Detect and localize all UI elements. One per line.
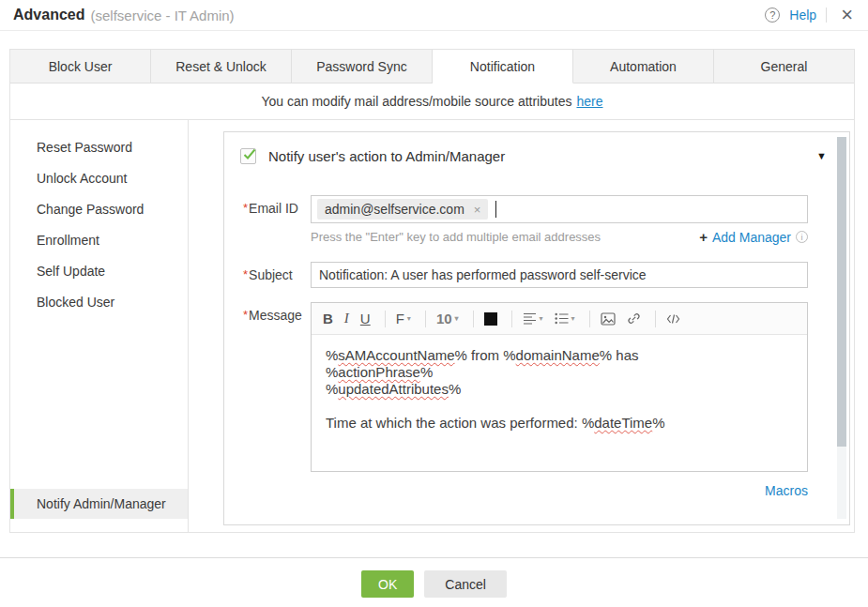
ok-button[interactable]: OK (361, 570, 414, 598)
titlebar-divider (826, 8, 827, 23)
macros-row: Macros (311, 483, 808, 498)
page-title: Advanced (13, 7, 84, 23)
add-manager-button[interactable]: + Add Manager i (699, 229, 808, 245)
help-link[interactable]: Help (789, 8, 816, 23)
macro-token: dateTime (594, 415, 652, 431)
chevron-down-icon: ▾ (455, 314, 459, 323)
sidebar-item-self-update[interactable]: Self Update (10, 257, 188, 285)
insert-link-button[interactable] (627, 311, 641, 326)
tab-bar: Block User Reset & Unlock Password Sync … (10, 50, 854, 83)
required-asterisk: * (243, 201, 248, 215)
chevron-down-icon: ▾ (540, 314, 543, 323)
help-icon[interactable]: ? (765, 8, 780, 23)
macro-token: actionPhrase (338, 364, 420, 380)
code-icon (666, 313, 680, 325)
toolbar-separator (655, 311, 656, 327)
link-icon (627, 311, 641, 326)
sidebar-item-change-password[interactable]: Change Password (10, 195, 188, 223)
email-label: *Email ID (243, 195, 311, 223)
chip-remove-icon[interactable]: × (474, 203, 481, 217)
chevron-down-icon: ▾ (407, 314, 411, 323)
email-helper-text: Press the "Enter" key to add multiple em… (311, 230, 601, 244)
underline-button[interactable]: U (360, 311, 371, 326)
tab-general[interactable]: General (714, 50, 854, 83)
modify-attributes-link[interactable]: here (576, 94, 602, 109)
color-swatch-icon (484, 312, 497, 326)
chevron-down-icon: ▾ (571, 314, 575, 323)
subject-row: *Subject Notification: A user has perfor… (243, 262, 849, 288)
info-bar: You can modify mail address/mobile sourc… (10, 83, 854, 120)
message-line: %actionPhrase% (326, 364, 793, 381)
macro-token: domainName (516, 347, 600, 363)
advanced-dialog: Block User Reset & Unlock Password Sync … (9, 49, 855, 533)
subject-value: Notification: A user has performed passw… (319, 267, 647, 282)
info-bar-text: You can modify mail address/mobile sourc… (261, 94, 571, 109)
toolbar-separator (589, 311, 590, 327)
panel-scrollbar[interactable] (837, 137, 846, 519)
sidebar-item-blocked-user[interactable]: Blocked User (10, 288, 188, 316)
insert-image-button[interactable] (601, 312, 616, 326)
macros-link[interactable]: Macros (765, 483, 808, 498)
tab-notification[interactable]: Notification (433, 50, 573, 83)
message-line: %sAMAccountName% from %domainName% has (326, 347, 793, 364)
font-color-button[interactable] (484, 312, 497, 326)
tab-reset-unlock[interactable]: Reset & Unlock (151, 50, 292, 83)
sidebar-item-enrollment[interactable]: Enrollment (10, 226, 188, 254)
message-label: *Message (243, 302, 311, 472)
close-icon[interactable]: × (841, 5, 853, 25)
cancel-button[interactable]: Cancel (424, 570, 507, 598)
info-icon[interactable]: i (796, 231, 808, 243)
checkmark-icon (242, 148, 257, 161)
editor-toolbar: B I U F▾ 10▾ (312, 303, 807, 335)
plus-icon: + (699, 229, 708, 245)
macro-token: updatedAttributes (338, 381, 449, 397)
subject-label: *Subject (243, 262, 311, 288)
code-view-button[interactable] (666, 313, 680, 325)
list-button[interactable]: ▾ (555, 312, 575, 325)
toolbar-separator (473, 311, 474, 327)
email-row: *Email ID admin@selfservice.com × (243, 195, 849, 223)
toolbar-separator (511, 311, 512, 327)
tab-automation[interactable]: Automation (573, 50, 714, 83)
bold-button[interactable]: B (323, 311, 333, 326)
notification-sidebar: Reset Password Unlock Account Change Pas… (10, 120, 189, 532)
email-helper-row: Press the "Enter" key to add multiple em… (311, 229, 808, 245)
message-line (326, 398, 793, 415)
message-line: Time at which the action was performed: … (326, 415, 793, 432)
message-editor: B I U F▾ 10▾ (311, 302, 808, 472)
sidebar-item-notify-admin-manager[interactable]: Notify Admin/Manager (10, 489, 188, 519)
message-body[interactable]: %sAMAccountName% from %domainName% has%a… (312, 335, 807, 471)
message-row: *Message B I U F▾ 10▾ (243, 302, 849, 472)
sidebar-item-unlock-account[interactable]: Unlock Account (10, 164, 188, 192)
italic-button[interactable]: I (344, 311, 349, 326)
font-size-button[interactable]: 10▾ (436, 311, 459, 326)
notify-checkbox-label: Notify user's action to Admin/Manager (268, 148, 505, 164)
text-cursor (495, 201, 496, 218)
align-button[interactable]: ▾ (523, 312, 543, 325)
collapse-caret-icon[interactable]: ▼ (816, 150, 827, 161)
email-input[interactable]: admin@selfservice.com × (311, 195, 808, 223)
notification-main-area: Notify user's action to Admin/Manager ▼ … (189, 120, 854, 532)
font-family-button[interactable]: F▾ (396, 311, 411, 326)
dialog-titlebar: Advanced (selfservice - IT Admin) ? Help… (0, 0, 868, 31)
required-asterisk: * (243, 308, 248, 322)
email-chip: admin@selfservice.com × (317, 199, 488, 220)
message-line: %updatedAttributes% (326, 381, 793, 398)
notify-admin-panel: Notify user's action to Admin/Manager ▼ … (223, 131, 850, 525)
tab-password-sync[interactable]: Password Sync (292, 50, 433, 83)
align-left-icon (523, 312, 537, 325)
notify-checkbox[interactable] (240, 148, 256, 164)
toolbar-separator (385, 311, 386, 327)
macro-token: sAMAccountName (338, 347, 454, 363)
notify-panel-header: Notify user's action to Admin/Manager ▼ (224, 132, 849, 179)
add-manager-label: Add Manager (712, 230, 791, 245)
required-asterisk: * (243, 267, 248, 281)
tab-block-user[interactable]: Block User (10, 50, 151, 83)
sidebar-item-reset-password[interactable]: Reset Password (10, 133, 188, 161)
image-icon (601, 312, 616, 326)
email-chip-value: admin@selfservice.com (325, 202, 464, 217)
scrollbar-thumb[interactable] (837, 137, 846, 447)
toolbar-separator (425, 311, 426, 327)
subject-input[interactable]: Notification: A user has performed passw… (311, 262, 808, 288)
dialog-footer: OK Cancel (0, 557, 868, 607)
